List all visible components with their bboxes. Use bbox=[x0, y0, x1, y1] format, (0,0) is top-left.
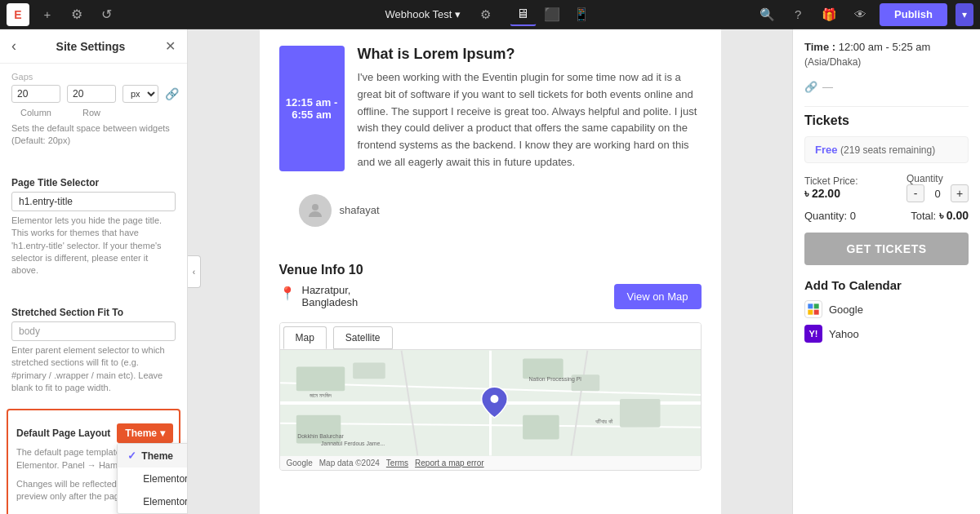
mobile-view-button[interactable]: 📱 bbox=[568, 3, 595, 26]
topbar-left: E + ⚙ ↺ bbox=[7, 3, 118, 26]
sidebar: ‹ Site Settings ✕ Gaps px % 🔗 Column Row… bbox=[0, 29, 188, 514]
seats-remaining: (219 seats remaining) bbox=[840, 144, 935, 156]
time-section: Time : 12:00 am - 5:25 am (Asia/Dhaka) bbox=[804, 41, 969, 68]
layout-option-fullwidth[interactable]: Elementor Full Width bbox=[118, 490, 188, 513]
layout-option-theme[interactable]: ✓ Theme bbox=[118, 444, 188, 467]
desktop-view-button[interactable]: 🖥 bbox=[510, 3, 536, 26]
ticket-price-label: Ticket Price: bbox=[804, 175, 858, 187]
svg-rect-8 bbox=[296, 366, 344, 391]
svg-text:Jannatul Ferdous Jame...: Jannatul Ferdous Jame... bbox=[321, 441, 385, 446]
preview-button[interactable]: 👁 bbox=[849, 3, 871, 26]
layout-current-button[interactable]: Theme ▾ bbox=[117, 423, 173, 443]
topbar-center: Webhook Test ▾ ⚙ 🖥 ⬛ 📱 bbox=[385, 3, 595, 26]
settings-button[interactable]: ⚙ bbox=[65, 3, 88, 26]
help-button[interactable]: ? bbox=[786, 3, 809, 26]
page-content: 12:15 am - 6:55 am What is Lorem Ipsum? … bbox=[260, 29, 721, 514]
svg-rect-12 bbox=[296, 415, 340, 444]
svg-text:জামে মসজিদ: জামে মসজিদ bbox=[310, 392, 332, 398]
publish-dropdown-button[interactable]: ▾ bbox=[956, 3, 973, 26]
map-visual: জামে মসজিদ Nation Processing Pl Dokkhin … bbox=[280, 350, 701, 456]
venue-info: 📍 Hazratpur, Bangladesh bbox=[279, 284, 359, 308]
timeline-bar: 12:15 am - 6:55 am bbox=[279, 46, 345, 171]
link-chain-icon: 🔗 bbox=[804, 81, 817, 93]
ticket-price-row: Ticket Price: ৳ 22.00 Quantity - 0 + bbox=[804, 173, 969, 202]
publish-button[interactable]: Publish bbox=[880, 3, 947, 26]
ticket-price-col: Ticket Price: ৳ 22.00 bbox=[804, 175, 858, 201]
timeline-block: 12:15 am - 6:55 am What is Lorem Ipsum? … bbox=[279, 46, 702, 171]
device-switcher: 🖥 ⬛ 📱 bbox=[510, 3, 595, 26]
svg-rect-26 bbox=[808, 304, 813, 308]
svg-rect-9 bbox=[353, 362, 385, 379]
site-name[interactable]: Webhook Test ▾ bbox=[385, 8, 461, 20]
gaps-section: Gaps px % 🔗 Column Row Sets the default … bbox=[0, 64, 187, 162]
calendar-header: Add To Calendar bbox=[804, 278, 969, 292]
map-svg: জামে মসজিদ Nation Processing Pl Dokkhin … bbox=[280, 350, 701, 456]
column-gap-label: Column bbox=[11, 108, 60, 117]
map-tab-map[interactable]: Map bbox=[283, 326, 327, 349]
article-title: What is Lorem Ipsum? bbox=[358, 46, 702, 63]
map-data-label: Map data ©2024 bbox=[319, 459, 380, 467]
elementor-logo[interactable]: E bbox=[7, 3, 29, 26]
author-row: shafayat bbox=[279, 188, 702, 233]
right-panel: Time : 12:00 am - 5:25 am (Asia/Dhaka) 🔗… bbox=[792, 29, 980, 514]
layout-dropdown: Theme ▾ ✓ Theme Elementor Canvas bbox=[117, 423, 173, 443]
venue-address: Hazratpur, Bangladesh bbox=[302, 284, 359, 308]
map-container: Map Satellite bbox=[279, 322, 702, 471]
page-title-input[interactable] bbox=[11, 192, 176, 211]
notifications-button[interactable]: 🎁 bbox=[817, 3, 840, 26]
sidebar-title: Site Settings bbox=[56, 40, 126, 53]
row-gap-input[interactable] bbox=[67, 85, 116, 103]
svg-point-0 bbox=[312, 204, 318, 210]
quantity-minus-button[interactable]: - bbox=[906, 184, 924, 202]
quantity-value: 0 bbox=[929, 188, 946, 200]
quantity-total-number: 0 bbox=[850, 210, 856, 222]
ticket-price-value: ৳ 22.00 bbox=[804, 187, 858, 201]
column-gap-input[interactable] bbox=[11, 85, 60, 103]
layout-option-canvas[interactable]: Elementor Canvas bbox=[118, 467, 188, 490]
canvas-collapse-button[interactable]: ‹ bbox=[188, 255, 201, 288]
tickets-header: Tickets bbox=[804, 113, 969, 128]
quantity-plus-button[interactable]: + bbox=[951, 184, 969, 202]
page-title-section: Page Title Selector Elementor lets you h… bbox=[0, 162, 187, 292]
search-button[interactable]: 🔍 bbox=[755, 3, 778, 26]
map-report-link[interactable]: Report a map error bbox=[415, 459, 483, 467]
yahoo-calendar-label: Yahoo bbox=[829, 328, 859, 340]
article-body: I've been working with the Eventin plugi… bbox=[358, 69, 702, 171]
svg-rect-27 bbox=[814, 304, 819, 308]
google-calendar-icon bbox=[804, 300, 822, 318]
svg-rect-28 bbox=[808, 310, 813, 315]
stretched-desc: Enter parent element selector to which s… bbox=[11, 344, 176, 395]
gap-unit-select[interactable]: px % bbox=[122, 85, 158, 103]
stretched-input[interactable] bbox=[11, 321, 176, 341]
site-settings-icon[interactable]: ⚙ bbox=[474, 3, 497, 26]
history-button[interactable]: ↺ bbox=[95, 3, 118, 26]
sidebar-back-button[interactable]: ‹ bbox=[11, 38, 16, 55]
sidebar-close-button[interactable]: ✕ bbox=[165, 38, 176, 54]
quantity-control: - 0 + bbox=[906, 184, 969, 202]
add-widget-button[interactable]: + bbox=[36, 3, 59, 26]
yahoo-calendar-icon: Y! bbox=[804, 325, 822, 343]
time-zone: (Asia/Dhaka) bbox=[804, 56, 969, 68]
svg-rect-13 bbox=[523, 415, 559, 440]
total-section: Total: ৳ 0.00 bbox=[911, 209, 969, 223]
quantity-label: Quantity bbox=[906, 173, 969, 184]
quantity-total-row: Quantity: 0 Total: ৳ 0.00 bbox=[804, 209, 969, 223]
stretched-label: Stretched Section Fit To bbox=[11, 307, 176, 318]
page-title-label: Page Title Selector bbox=[11, 177, 176, 188]
svg-text:Nation Processing Pl: Nation Processing Pl bbox=[528, 376, 581, 383]
sidebar-header: ‹ Site Settings ✕ bbox=[0, 29, 187, 64]
event-text: What is Lorem Ipsum? I've been working w… bbox=[358, 46, 702, 171]
tablet-view-button[interactable]: ⬛ bbox=[539, 3, 565, 26]
svg-text:বটিবার কাঁ: বটিবার কাঁ bbox=[595, 419, 612, 424]
view-on-map-button[interactable]: View on Map bbox=[614, 284, 702, 309]
yahoo-calendar-item[interactable]: Y! Yahoo bbox=[804, 325, 969, 343]
page-title-desc: Elementor lets you hide the page title. … bbox=[11, 215, 176, 277]
gaps-description: Sets the default space between widgets (… bbox=[11, 122, 176, 148]
divider-1 bbox=[804, 106, 969, 107]
google-calendar-item[interactable]: Google bbox=[804, 300, 969, 318]
map-tab-satellite[interactable]: Satellite bbox=[333, 326, 393, 349]
map-tabs: Map Satellite bbox=[280, 323, 701, 350]
get-tickets-button[interactable]: GET TICKETS bbox=[804, 233, 969, 265]
map-terms-link[interactable]: Terms bbox=[386, 459, 408, 467]
quantity-col: Quantity - 0 + bbox=[906, 173, 969, 202]
